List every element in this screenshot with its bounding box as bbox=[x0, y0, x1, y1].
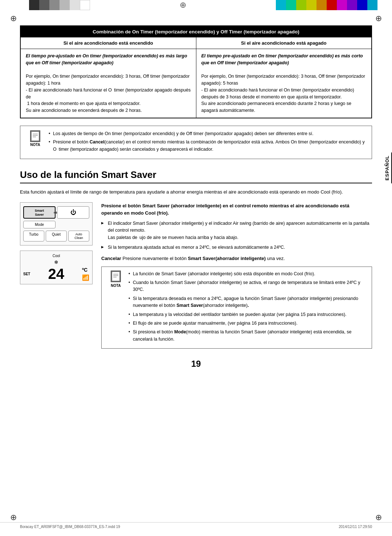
quiet-btn: Quiet bbox=[46, 231, 67, 241]
col2-body: Por ejemplo, On timer (temporizador ence… bbox=[201, 73, 367, 114]
note2-item-5: El flujo de aire se puede ajustar manual… bbox=[128, 320, 367, 327]
svg-rect-4 bbox=[112, 272, 120, 281]
note2-item-1: La función de Smart Saver (ahorrador int… bbox=[128, 271, 367, 277]
temp-unit: ºC bbox=[82, 267, 87, 273]
power-icon: ⏻ bbox=[70, 209, 76, 216]
snowflake-row: ❄ bbox=[23, 259, 89, 265]
bullet-list: El indicador Smart Saver (ahorrador inte… bbox=[101, 220, 372, 251]
svg-rect-0 bbox=[31, 131, 39, 141]
cancel-suffix: una vez. bbox=[267, 256, 285, 261]
note2-item-4: La temperatura y la velocidad del ventil… bbox=[128, 311, 367, 318]
note1-item-2: Presione el botón Cancel(cancelar) en el… bbox=[49, 139, 366, 153]
color-swatch-2 bbox=[39, 0, 49, 10]
smart-saver-label: SmartSaver bbox=[35, 209, 44, 216]
page-number-container: 19 bbox=[20, 359, 372, 369]
note1-list: Los ajustes de tiempo de On timer (tempo… bbox=[49, 130, 366, 153]
color-swatch-6 bbox=[80, 0, 90, 10]
temp-display: 24 bbox=[48, 267, 64, 281]
section-intro: Esta función ajustará el límite de rango… bbox=[20, 188, 372, 196]
snowflake-icon: ❄ bbox=[54, 259, 58, 265]
color-swatch-blue bbox=[357, 0, 367, 10]
remote-diagram: SmartSaver ⇒ ⏻ Mode Turbo Quiet AutoClea… bbox=[20, 202, 93, 245]
right-column: Presione el botón Smart Saver (ahorrador… bbox=[101, 202, 372, 349]
auto-clean-btn: AutoClean bbox=[68, 231, 89, 241]
color-swatch-red bbox=[327, 0, 337, 10]
footer-right: 2014/12/11 17:29:50 bbox=[339, 525, 372, 529]
note2-item-6: Si presiona el botón Mode(modo) mientras… bbox=[128, 329, 367, 343]
color-swatch-4 bbox=[60, 0, 70, 10]
color-bar: ⊕ bbox=[0, 0, 392, 10]
note2-content: La función de Smart Saver (ahorrador int… bbox=[128, 271, 367, 345]
note2-item-2: Cuando la función Smart Saver (ahorrador… bbox=[128, 279, 367, 293]
display-main: SET 24 ºC 📶 bbox=[23, 267, 89, 281]
table-title: Combinación de On Timer (temporizador en… bbox=[21, 26, 371, 37]
smart-saver-btn: SmartSaver ⇒ bbox=[23, 206, 56, 219]
color-swatch-lime bbox=[296, 0, 306, 10]
note1-item-1: Los ajustes de tiempo de On timer (tempo… bbox=[49, 130, 366, 137]
table-col-headers: Si el aire acondicionado está encendido … bbox=[21, 37, 371, 49]
combination-table: Combinación de On Timer (temporizador en… bbox=[20, 25, 372, 118]
color-swatch-skyblue bbox=[367, 0, 377, 10]
remote-bottom-row: Turbo Quiet AutoClean bbox=[23, 231, 89, 241]
smart-saver-content: SmartSaver ⇒ ⏻ Mode Turbo Quiet AutoClea… bbox=[20, 202, 372, 349]
note-doc-icon bbox=[30, 130, 40, 142]
reg-mark-bottom-left: ⊕ bbox=[10, 513, 17, 522]
cool-label: Cool bbox=[23, 254, 89, 258]
note1-content: Los ajustes de tiempo de On timer (tempo… bbox=[49, 130, 366, 154]
turbo-btn: Turbo bbox=[23, 231, 44, 241]
col1-italic: El tiempo pre-ajustado en On timer (temp… bbox=[26, 53, 187, 65]
reg-mark-bottom-right: ⊕ bbox=[375, 513, 382, 522]
color-block-left bbox=[29, 0, 90, 10]
color-block-right bbox=[276, 0, 377, 10]
bullet-item-2: Si la temperatura ajustada actual es men… bbox=[101, 244, 372, 251]
color-swatch-3 bbox=[49, 0, 60, 10]
nota-label-1: NOTA bbox=[30, 143, 40, 147]
section-title: Uso de la función Smart Saver bbox=[20, 169, 372, 183]
set-label: SET bbox=[23, 272, 30, 276]
note2-item-3: Si la temperatura deseada es menor a 24º… bbox=[128, 295, 367, 309]
color-swatch-5 bbox=[70, 0, 80, 10]
language-label: ESPAÑOL bbox=[383, 153, 392, 183]
cancel-text: Presione nuevamente el botón bbox=[123, 256, 188, 261]
col1-body: Por ejemplo, On timer (temporizador ence… bbox=[26, 73, 191, 114]
color-swatch-yellow bbox=[306, 0, 317, 10]
note2-list: La función de Smart Saver (ahorrador int… bbox=[128, 271, 367, 343]
left-column: SmartSaver ⇒ ⏻ Mode Turbo Quiet AutoClea… bbox=[20, 202, 93, 349]
signal-bars: 📶 bbox=[82, 274, 89, 281]
col2-italic: El tiempo pre-ajustado en On timer (temp… bbox=[201, 53, 363, 65]
cancel-prefix: Cancelar bbox=[101, 256, 121, 261]
footer-left: Boracay ET_AR09FSFT@_IBIM_DB68-03377A_ES… bbox=[20, 525, 120, 529]
reg-mark-top-right: ⊕ bbox=[375, 14, 382, 23]
registration-mark-top: ⊕ bbox=[90, 0, 276, 10]
page-number: 19 bbox=[20, 359, 372, 369]
col-header-1: Si el aire acondicionado está encendido bbox=[21, 37, 196, 49]
remote-mid-row: Mode bbox=[23, 221, 89, 228]
page-footer: Boracay ET_AR09FSFT@_IBIM_DB68-03377A_ES… bbox=[0, 522, 392, 529]
color-swatch-magenta bbox=[337, 0, 347, 10]
col-header-2: Si el aire acondicionado está apagado bbox=[196, 37, 372, 49]
table-body: El tiempo pre-ajustado en On timer (temp… bbox=[21, 49, 371, 118]
color-swatch-purple bbox=[347, 0, 357, 10]
cancel-bold: Smart Saver(ahorrador inteligente) bbox=[188, 256, 266, 261]
col-cell-1: El tiempo pre-ajustado en On timer (temp… bbox=[21, 49, 196, 118]
color-swatch-orange bbox=[317, 0, 327, 10]
note-icon-1: NOTA bbox=[26, 130, 44, 147]
nota-label-2: NOTA bbox=[111, 283, 121, 289]
mode-btn: Mode bbox=[23, 221, 56, 228]
remote-top-row: SmartSaver ⇒ ⏻ bbox=[23, 206, 89, 219]
display-diagram: Cool ❄ SET 24 ºC 📶 bbox=[20, 251, 93, 284]
note-doc-icon-2 bbox=[111, 271, 121, 282]
note-icon-2: NOTA bbox=[107, 271, 125, 345]
note-box-2: NOTA La función de Smart Saver (ahorrado… bbox=[101, 267, 372, 349]
color-swatch-cyan bbox=[276, 0, 286, 10]
color-swatch-teal bbox=[286, 0, 296, 10]
unit-icons: ºC 📶 bbox=[82, 267, 89, 281]
cancel-line: Cancelar Presione nuevamente el botón Sm… bbox=[101, 255, 372, 262]
color-swatch-1 bbox=[29, 0, 39, 10]
power-btn: ⏻ bbox=[57, 206, 89, 219]
bullet-item-1: El indicador Smart Saver (ahorrador inte… bbox=[101, 220, 372, 241]
main-instruction: Presione el botón Smart Saver (ahorrador… bbox=[101, 202, 372, 216]
note-box-1: NOTA Los ajustes de tiempo de On timer (… bbox=[20, 126, 372, 159]
col-cell-2: El tiempo pre-ajustado en On timer (temp… bbox=[196, 49, 372, 118]
page-content: Combinación de On Timer (temporizador en… bbox=[0, 11, 392, 394]
